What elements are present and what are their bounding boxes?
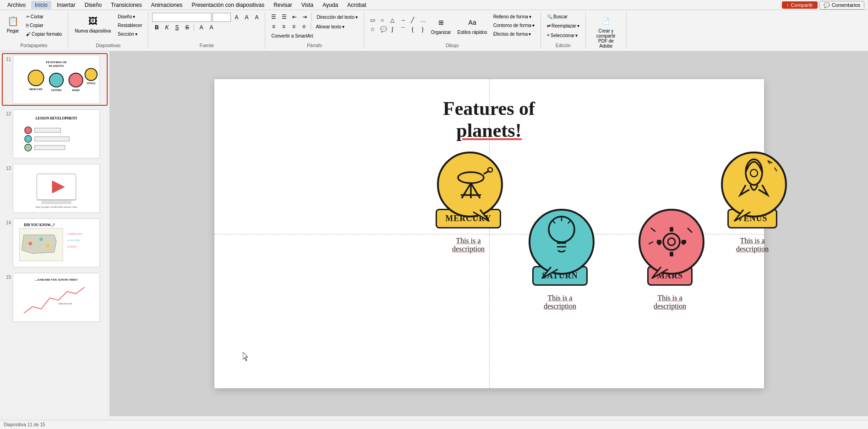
font-size-input[interactable]: 14 [213, 13, 231, 22]
menu-revisar[interactable]: Revisar [270, 1, 296, 9]
font-color-button[interactable]: A [197, 23, 206, 32]
svg-text:Data text here: Data text here [59, 303, 72, 305]
pdf-icon: 📄 [600, 15, 612, 27]
replace-button[interactable]: ⇄ Reemplazar▾ [545, 22, 582, 30]
new-slide-button[interactable]: 🖼 Nueva diapositiva [72, 13, 114, 35]
share-button[interactable]: ↑ Compartir [782, 1, 818, 9]
fill-button[interactable]: Relleno de forma▾ [491, 13, 537, 21]
align-left-button[interactable]: ≡ [269, 22, 278, 31]
underline-button[interactable]: S [172, 23, 181, 32]
organize-icon: ⊞ [435, 16, 448, 29]
slide-item-12[interactable]: 12 LESSON DEVELOPMENT [2, 108, 108, 160]
slide-canvas[interactable]: Features of planets! [214, 79, 764, 388]
shape-line[interactable]: ╱ [408, 16, 417, 24]
shape-arrow[interactable]: → [398, 16, 407, 24]
styles-button[interactable]: Aa Estilos rápidos [455, 14, 490, 37]
highlight-button[interactable]: A [207, 23, 216, 32]
design-button[interactable]: Diseño ▾ [115, 13, 144, 21]
font-group: 14 A A A B K S S A A Fuente [148, 12, 265, 49]
slide-item-13[interactable]: 13 Aquí puedes multimedia accent here [2, 162, 108, 215]
shape-callout[interactable]: 💬 [378, 25, 387, 35]
shape-bracket[interactable]: { [408, 25, 417, 35]
menu-insertar[interactable]: Insertar [53, 1, 79, 9]
restore-button[interactable]: Restablecer [115, 22, 144, 29]
status-bar: Diapositiva 11 de 15 [0, 420, 868, 429]
indent-more-button[interactable]: ⇥ [300, 13, 309, 21]
copy-button[interactable]: ⎘ Copiar [24, 22, 64, 29]
svg-rect-12 [35, 128, 61, 132]
shape-brace[interactable]: } [418, 25, 427, 35]
svg-rect-20 [41, 201, 71, 205]
menu-diseno[interactable]: Diseño [81, 1, 105, 9]
shape-more[interactable]: … [418, 16, 427, 24]
mars-item[interactable]: MARS This is adescription [636, 207, 704, 310]
menu-animaciones[interactable]: Animaciones [147, 1, 186, 9]
svg-text:● MERCURY: ● MERCURY [67, 233, 83, 235]
svg-point-8 [85, 68, 98, 81]
align-right-button[interactable]: ≡ [289, 22, 298, 31]
drawing-group: ▭ ○ △ → ╱ … ☆ 💬 ∫ ⌒ { } ⊞ Organizar [364, 12, 541, 49]
section-button[interactable]: Sección ▾ [115, 30, 144, 38]
venus-item[interactable]: VENUS This is adescription [718, 150, 787, 253]
top-right-actions: ↑ Compartir 💬 Comentarios [782, 0, 868, 10]
mercury-description: This is adescription [452, 237, 485, 253]
cut-button[interactable]: ✂ Cortar [24, 13, 64, 21]
find-button[interactable]: 🔍 Buscar [545, 13, 582, 21]
copy-format-button[interactable]: 🖌 Copiar formato [24, 30, 64, 38]
mercury-item[interactable]: MERCURY This is adescription [434, 150, 503, 253]
paragraph-group: ☰ ☰ ⇤ ⇥ Dirección del texto▾ ≡ ≡ ≡ ≡ Ali… [265, 12, 364, 49]
menu-acrobat[interactable]: Acrobat [344, 1, 370, 9]
bullets-button[interactable]: ☰ [269, 13, 278, 21]
comments-button[interactable]: 💬 Comentarios [819, 1, 864, 10]
align-center-button[interactable]: ≡ [279, 22, 288, 31]
saturn-item[interactable]: SATURN This is adescription [526, 207, 595, 310]
menu-ayuda[interactable]: Ayuda [319, 1, 342, 9]
slide-thumb-12: LESSON DEVELOPMENT [13, 109, 100, 158]
slide-item-11[interactable]: 11 FEATURES OF PLANETS! MERCURY SATURN [2, 53, 108, 106]
styles-icon: Aa [466, 16, 479, 29]
smartart-button[interactable]: Convertir a SmartArt [269, 32, 315, 40]
paste-button[interactable]: 📋 Pegar [4, 13, 22, 35]
text-direction-button[interactable]: Dirección del texto▾ [314, 13, 360, 21]
mars-description: This is adescription [654, 294, 686, 310]
svg-point-11 [25, 127, 32, 134]
cut-icon: ✂ [26, 14, 30, 19]
clipboard-group: 📋 Pegar ✂ Cortar ⎘ Copiar 🖌 Copiar forma… [0, 12, 68, 49]
italic-button[interactable]: K [162, 23, 171, 32]
slide-item-14[interactable]: 14 DID YOU KNOW...? ● MERCURY ● SATURN ●… [2, 217, 108, 269]
strikethrough-button[interactable]: S [182, 23, 191, 32]
slide-item-15[interactable]: 15 ...AND DID YOU KNOW THIS? Data text h… [2, 271, 108, 324]
font-name-input[interactable] [152, 13, 212, 22]
menu-presentacion[interactable]: Presentación con diapositivas [188, 1, 268, 9]
bold-button[interactable]: B [152, 23, 161, 32]
menu-inicio[interactable]: Inicio [31, 1, 51, 9]
select-button[interactable]: ⌖ Seleccionar▾ [545, 31, 582, 39]
separator [194, 23, 194, 32]
increase-font-button[interactable]: A [232, 13, 241, 22]
shape-oval[interactable]: ○ [378, 16, 387, 24]
decrease-font-button[interactable]: A [242, 13, 251, 22]
menu-transiciones[interactable]: Transiciones [107, 1, 146, 9]
shape-rect[interactable]: ▭ [368, 16, 377, 24]
clear-format-button[interactable]: A [252, 13, 261, 22]
shape-conn[interactable]: ⌒ [398, 25, 407, 35]
shape-curve[interactable]: ∫ [388, 25, 397, 35]
mars-bubble [636, 207, 704, 276]
numbering-button[interactable]: ☰ [279, 13, 289, 21]
menu-archivo[interactable]: Archivo [4, 1, 29, 9]
shape-tri[interactable]: △ [388, 16, 397, 24]
slide-panel: 11 FEATURES OF PLANETS! MERCURY SATURN [0, 51, 110, 416]
justify-button[interactable]: ≡ [299, 22, 308, 31]
indent-less-button[interactable]: ⇤ [290, 13, 299, 21]
shape-star[interactable]: ☆ [368, 25, 377, 35]
outline-button[interactable]: Contorno de forma▾ [491, 22, 537, 29]
menu-vista[interactable]: Vista [298, 1, 317, 9]
main-layout: 11 FEATURES OF PLANETS! MERCURY SATURN [0, 51, 868, 416]
align-text-button[interactable]: Alinear texto▾ [313, 23, 347, 31]
canvas-area: Features of planets! [110, 51, 868, 416]
venus-bubble [718, 150, 787, 219]
effects-button[interactable]: Efectos de forma▾ [491, 30, 537, 38]
svg-point-13 [25, 136, 32, 142]
organize-button[interactable]: ⊞ Organizar [428, 14, 454, 37]
create-pdf-button[interactable]: 📄 Crear y compartir PDF de Adobe [590, 13, 622, 50]
